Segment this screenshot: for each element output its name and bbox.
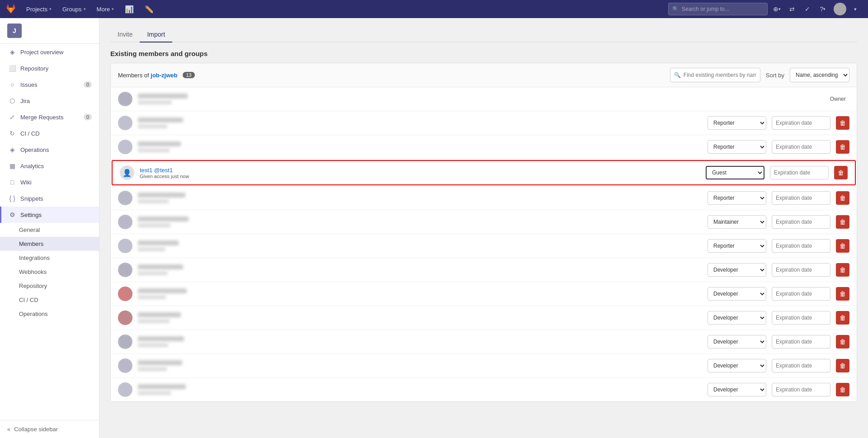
groups-chevron-icon: ▾ <box>84 7 86 11</box>
search-members-icon: 🔍 <box>674 72 681 78</box>
sidebar-item-issues[interactable]: ○ Issues 0 <box>0 76 99 93</box>
role-select[interactable]: Developer <box>708 311 766 325</box>
role-select[interactable]: Developer <box>708 359 766 372</box>
delete-member-button[interactable]: 🗑 <box>836 359 849 372</box>
nav-more[interactable]: More ▾ <box>92 0 119 18</box>
nav-projects[interactable]: Projects ▾ <box>22 0 56 18</box>
member-avatar <box>118 191 132 205</box>
delete-member-button[interactable]: 🗑 <box>836 335 849 349</box>
member-row: Developer 🗑 <box>111 258 857 282</box>
more-chevron-icon: ▾ <box>112 7 114 11</box>
member-avatar <box>118 311 132 325</box>
expiry-input[interactable] <box>772 239 830 253</box>
sidebar-item-merge-requests[interactable]: ⤢ Merge Requests 0 <box>0 109 99 125</box>
role-select[interactable]: Reporter <box>708 191 766 205</box>
user-avatar[interactable] <box>834 3 846 15</box>
expiry-input[interactable] <box>772 287 830 301</box>
collapse-sidebar-button[interactable]: « Collapse sidebar <box>0 420 99 438</box>
sidebar-sub-operations[interactable]: Operations <box>0 307 99 321</box>
search-members-input[interactable] <box>684 72 756 78</box>
project-name-link[interactable]: job-zjweb <box>151 72 177 79</box>
delete-member-button[interactable]: 🗑 <box>836 140 849 154</box>
member-info <box>138 118 702 128</box>
wiki-icon: □ <box>9 179 16 186</box>
expiry-input[interactable] <box>772 116 830 130</box>
member-avatar <box>118 116 132 130</box>
member-row: Developer 🗑 <box>111 306 857 330</box>
sidebar-item-analytics[interactable]: ▦ Analytics <box>0 158 99 174</box>
expiry-input[interactable] <box>772 335 830 349</box>
expiry-input[interactable] <box>772 311 830 325</box>
member-row: Maintainer 🗑 <box>111 210 857 234</box>
delete-member-button[interactable]: 🗑 <box>836 263 849 277</box>
expiry-input[interactable] <box>772 263 830 277</box>
sidebar-item-project-overview[interactable]: ◈ Project overview <box>0 44 99 60</box>
sidebar-sub-integrations[interactable]: Integrations <box>0 251 99 265</box>
member-row: Developer 🗑 <box>111 354 857 378</box>
tab-invite[interactable]: Invite <box>110 27 140 42</box>
role-select[interactable]: Developer <box>708 383 766 396</box>
nav-design-icon[interactable]: ✏️ <box>140 0 158 18</box>
collapse-icon: « <box>7 426 10 433</box>
sidebar-sub-members[interactable]: Members <box>0 237 99 251</box>
sidebar-item-operations[interactable]: ◈ Operations <box>0 141 99 158</box>
help-icon[interactable]: ?▾ <box>816 2 830 16</box>
jira-icon: ⬡ <box>9 97 16 104</box>
expiry-input[interactable] <box>772 383 830 396</box>
global-search-bar[interactable]: 🔍 Search or jump to... <box>668 3 768 15</box>
member-row: Reporter 🗑 <box>111 234 857 258</box>
role-select[interactable]: Reporter <box>708 239 766 253</box>
delete-member-button[interactable]: 🗑 <box>836 287 849 301</box>
project-header: J <box>0 18 99 44</box>
expiry-input[interactable] <box>772 191 830 205</box>
sort-select[interactable]: Name, ascending <box>790 68 849 82</box>
sidebar-sub-general[interactable]: General <box>0 223 99 237</box>
member-info <box>138 288 702 299</box>
gitlab-logo[interactable] <box>5 4 16 14</box>
delete-member-button[interactable]: 🗑 <box>836 191 849 205</box>
plus-menu-button[interactable]: ⊕▾ <box>769 2 784 16</box>
sidebar-item-settings[interactable]: ⚙ Settings <box>0 207 99 223</box>
delete-member-button[interactable]: 🗑 <box>836 383 849 396</box>
delete-member-button[interactable]: 🗑 <box>836 311 849 325</box>
role-select-highlighted[interactable]: Guest <box>706 166 764 179</box>
tab-import[interactable]: Import <box>140 27 172 42</box>
sidebar-item-ci-cd[interactable]: ↻ CI / CD <box>0 125 99 141</box>
sidebar-sub-repository[interactable]: Repository <box>0 279 99 293</box>
merge-requests-icon: ⤢ <box>9 113 16 121</box>
member-handle-blurred <box>138 100 172 104</box>
delete-member-button[interactable]: 🗑 <box>836 116 849 130</box>
role-select[interactable]: Reporter <box>708 116 766 130</box>
analytics-icon: ▦ <box>9 162 16 170</box>
expiry-input[interactable] <box>772 140 830 154</box>
page-layout: J ◈ Project overview ⬜ Repository ○ Issu… <box>0 18 868 438</box>
role-select[interactable]: Developer <box>708 263 766 277</box>
delete-member-button[interactable]: 🗑 <box>836 215 849 229</box>
avatar-dropdown-icon[interactable]: ▾ <box>848 2 863 16</box>
owner-label: Owner <box>830 96 849 102</box>
sidebar-item-jira[interactable]: ⬡ Jira <box>0 93 99 109</box>
mr-icon[interactable]: ⇄ <box>785 2 799 16</box>
nav-groups[interactable]: Groups ▾ <box>58 0 90 18</box>
sidebar-item-snippets[interactable]: { } Snippets <box>0 190 99 207</box>
role-select[interactable]: Maintainer <box>708 215 766 229</box>
members-search-box[interactable]: 🔍 <box>670 68 760 82</box>
member-avatar <box>118 140 132 154</box>
issues-badge: 0 <box>84 81 92 88</box>
member-name-blurred <box>138 94 188 99</box>
role-select[interactable]: Reporter <box>708 140 766 154</box>
expiry-input[interactable] <box>770 166 829 179</box>
delete-member-button[interactable]: 🗑 <box>836 239 849 253</box>
delete-member-button[interactable]: 🗑 <box>834 166 848 179</box>
sidebar-sub-ci[interactable]: CI / CD <box>0 293 99 307</box>
role-select[interactable]: Developer <box>708 335 766 349</box>
gitlab-fox-icon <box>5 4 16 14</box>
sidebar-item-wiki[interactable]: □ Wiki <box>0 174 99 190</box>
sidebar-item-repository[interactable]: ⬜ Repository <box>0 60 99 76</box>
expiry-input[interactable] <box>772 215 830 229</box>
sidebar-sub-webhooks[interactable]: Webhooks <box>0 265 99 279</box>
nav-activity-icon[interactable]: 📊 <box>120 0 138 18</box>
role-select[interactable]: Developer <box>708 287 766 301</box>
todo-icon[interactable]: ✓ <box>800 2 815 16</box>
expiry-input[interactable] <box>772 359 830 372</box>
